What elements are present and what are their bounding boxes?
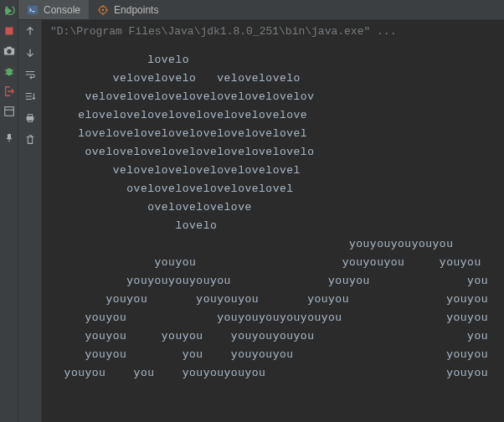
svg-point-4: [6, 69, 12, 76]
exit-icon[interactable]: [3, 85, 15, 97]
main-column: Console Endpoints: [18, 0, 504, 422]
svg-rect-9: [4, 107, 13, 116]
svg-rect-20: [28, 115, 32, 117]
console-ascii-output: lovelo velovelovelo velovelovelo velovel…: [50, 51, 496, 383]
stop-icon[interactable]: [3, 25, 15, 37]
svg-line-8: [11, 74, 13, 75]
tab-endpoints-label: Endpoints: [114, 4, 158, 16]
camera-icon[interactable]: [3, 45, 15, 57]
svg-line-5: [4, 69, 7, 71]
svg-point-2: [7, 49, 11, 54]
tab-console-label: Console: [44, 4, 80, 16]
svg-rect-3: [7, 47, 11, 49]
svg-point-14: [102, 8, 105, 11]
debug-icon[interactable]: [3, 65, 15, 77]
console-body: "D:\Program Files\Java\jdk1.8.0_251\bin\…: [18, 20, 504, 422]
command-line: "D:\Program Files\Java\jdk1.8.0_251\bin\…: [50, 25, 496, 38]
rerun-icon[interactable]: [3, 5, 15, 17]
print-icon[interactable]: [24, 112, 36, 124]
soft-wrap-icon[interactable]: [24, 69, 36, 80]
console-output[interactable]: "D:\Program Files\Java\jdk1.8.0_251\bin\…: [42, 20, 504, 422]
tab-console[interactable]: Console: [18, 0, 89, 19]
tab-endpoints[interactable]: Endpoints: [89, 0, 167, 19]
scroll-down-icon[interactable]: [24, 47, 36, 59]
svg-rect-11: [28, 5, 38, 14]
console-icon: [27, 4, 39, 16]
scroll-to-end-icon[interactable]: [24, 90, 36, 102]
scroll-up-icon[interactable]: [24, 25, 36, 37]
trash-icon[interactable]: [24, 134, 36, 146]
pin-icon[interactable]: [3, 132, 15, 144]
tool-window-tabbar: Console Endpoints: [18, 0, 504, 20]
svg-rect-21: [28, 120, 32, 122]
svg-rect-0: [5, 28, 13, 35]
console-action-rail: [18, 20, 42, 422]
svg-line-7: [4, 74, 7, 75]
endpoints-icon: [97, 4, 109, 16]
tool-window-rail: [0, 0, 18, 422]
svg-line-6: [11, 69, 13, 71]
layout-icon[interactable]: [3, 106, 15, 117]
